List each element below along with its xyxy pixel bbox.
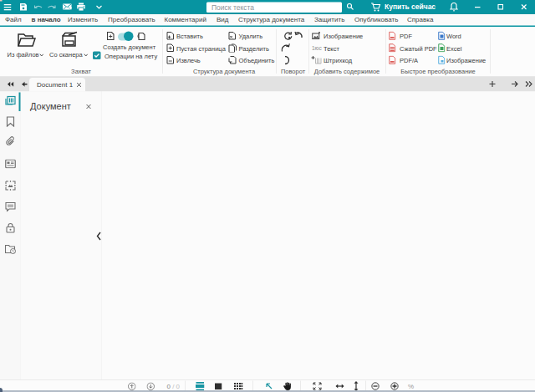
svg-text:1юс: 1юс bbox=[312, 45, 322, 51]
